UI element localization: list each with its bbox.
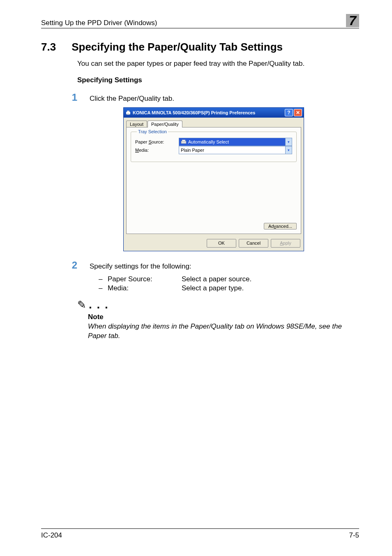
section-intro: You can set the paper types or paper fee… [77, 59, 359, 69]
bullet-1-desc: Select a paper source. [182, 275, 251, 283]
chevron-down-icon: ▾ [285, 138, 292, 146]
footer-left: IC-204 [41, 531, 62, 540]
media-combo[interactable]: Plain Paper ▾ [179, 146, 292, 154]
chapter-number: 7 [349, 13, 356, 28]
footer-right: 7-5 [349, 531, 359, 540]
chapter-badge: 7 [346, 14, 359, 27]
note-icon-row: ✎ . . . [77, 298, 359, 311]
step-1-text: Click the Paper/Quality tab. [90, 95, 174, 103]
paper-source-combo[interactable]: Automatically Select ▾ [179, 138, 292, 146]
svg-rect-2 [127, 114, 129, 115]
cancel-button[interactable]: Cancel [239, 239, 268, 248]
dialog-titlebar: KONICA MINOLTA 500/420/360PS(P) Printing… [124, 108, 304, 118]
note-text: When displaying the items in the Paper/Q… [88, 322, 359, 341]
page-header: Setting Up the PPD Driver (Windows) 7 [41, 14, 359, 28]
chevron-down-icon: ▾ [285, 146, 292, 154]
tab-strip: Layout Paper/Quality [124, 118, 304, 127]
subheading: Specifying Settings [77, 76, 359, 84]
tab-paper-quality[interactable]: Paper/Quality [148, 120, 182, 127]
paper-source-label: Paper Source: [135, 139, 179, 144]
dialog-button-row: OK Cancel Apply [124, 236, 304, 251]
advanced-button[interactable]: Advanced... [264, 223, 297, 229]
tab-paper-quality-label: Paper/Quality [151, 122, 179, 127]
apply-button[interactable]: Apply [271, 239, 300, 248]
svg-rect-4 [182, 140, 185, 141]
tab-layout-label: Layout [130, 122, 143, 127]
list-item: – Media: Select a paper type. [99, 284, 359, 292]
list-item: – Paper Source: Select a paper source. [99, 275, 359, 283]
bullet-1-label: Paper Source: [108, 275, 182, 283]
bullet-dash: – [99, 284, 108, 292]
section-heading: 7.3 Specifying the Paper/Quality Tab Set… [41, 41, 359, 53]
media-value: Plain Paper [179, 148, 285, 153]
dialog-title: KONICA MINOLTA 500/420/360PS(P) Printing… [133, 110, 284, 115]
svg-rect-1 [127, 111, 129, 112]
step-2: 2 Specify settings for the following: [41, 259, 359, 271]
printing-preferences-dialog: KONICA MINOLTA 500/420/360PS(P) Printing… [123, 107, 304, 251]
step-2-text: Specify settings for the following: [90, 262, 191, 271]
tray-icon [181, 139, 187, 144]
section-number: 7.3 [41, 41, 56, 53]
tab-panel: Tray Selection Paper Source: Automatical… [126, 127, 301, 234]
step-1-number: 1 [65, 92, 77, 103]
page-footer: IC-204 7-5 [41, 528, 359, 540]
hand-writing-icon: ✎ [77, 299, 86, 311]
printer-app-icon [125, 110, 131, 116]
section-title: Specifying the Paper/Quality Tab Setting… [71, 41, 283, 53]
media-row: Media: Plain Paper ▾ [135, 146, 292, 154]
bullet-list: – Paper Source: Select a paper source. –… [99, 275, 359, 292]
help-button[interactable]: ? [285, 109, 293, 116]
bullet-dash: – [99, 275, 108, 283]
tray-selection-group: Tray Selection Paper Source: Automatical… [131, 132, 297, 162]
tray-selection-legend: Tray Selection [137, 129, 168, 134]
note-label: Note [88, 313, 359, 321]
step-2-number: 2 [65, 259, 77, 271]
running-title: Setting Up the PPD Driver (Windows) [41, 19, 157, 27]
close-button[interactable]: ✕ [294, 109, 302, 116]
tab-layout[interactable]: Layout [126, 120, 147, 127]
svg-rect-3 [181, 141, 186, 144]
bullet-2-label: Media: [108, 284, 182, 292]
paper-source-row: Paper Source: Automatically Select ▾ [135, 138, 292, 146]
screenshot-dialog: KONICA MINOLTA 500/420/360PS(P) Printing… [123, 107, 359, 251]
step-1: 1 Click the Paper/Quality tab. [41, 92, 359, 103]
media-label: Media: [135, 148, 179, 153]
ok-button[interactable]: OK [207, 239, 236, 248]
ellipsis-icon: . . . [89, 298, 109, 311]
bullet-2-desc: Select a paper type. [182, 284, 244, 292]
paper-source-value: Automatically Select [179, 138, 285, 146]
